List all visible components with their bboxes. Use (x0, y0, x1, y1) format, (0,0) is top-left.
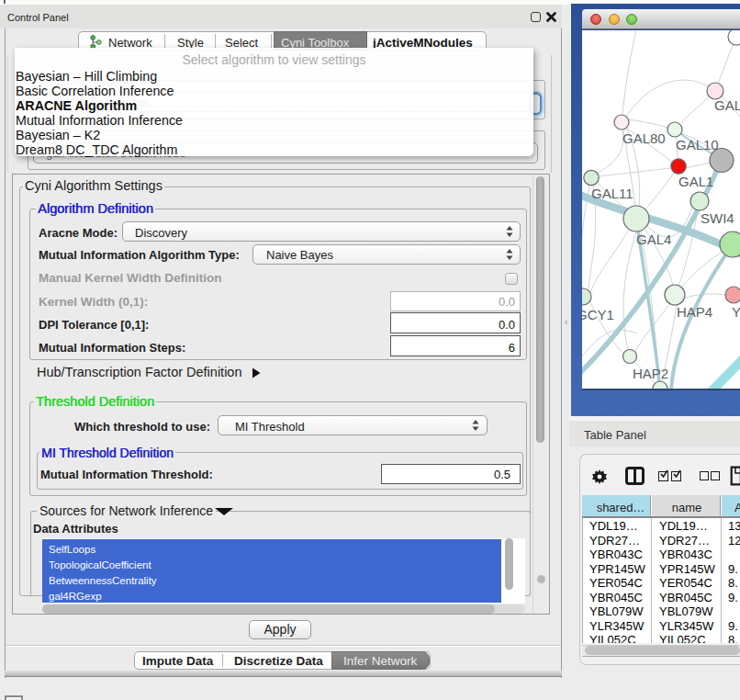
svg-text:HAP2: HAP2 (633, 366, 668, 381)
svg-text:GAL80: GAL80 (622, 130, 666, 146)
svg-text:SWI4: SWI4 (701, 210, 734, 226)
svg-text:GAL11: GAL11 (591, 186, 633, 201)
svg-text:GAL10: GAL10 (676, 137, 719, 152)
svg-text:GAL7: GAL7 (714, 97, 740, 113)
svg-text:GCY1: GCY1 (582, 307, 614, 322)
svg-text:GAL4: GAL4 (636, 231, 671, 247)
svg-text:GAL1: GAL1 (678, 174, 713, 189)
svg-text:YJ: YJ (732, 304, 740, 320)
svg-text:HAP4: HAP4 (677, 304, 712, 320)
